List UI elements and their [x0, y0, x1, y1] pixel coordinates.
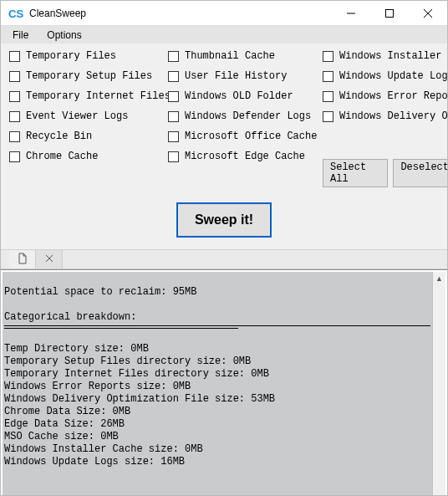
log-line: MSO Cache size: 0MB: [4, 431, 119, 442]
log-line: Temporary Internet Files directory size:…: [4, 368, 269, 380]
check-label: Windows Update Logs: [339, 70, 448, 82]
checkbox-icon: [168, 131, 179, 142]
check-temporary-files[interactable]: Temporary Files: [9, 49, 168, 64]
check-label: Windows OLD Folder: [185, 90, 293, 102]
scroll-up-icon: ▲: [433, 272, 445, 285]
check-microsoft-edge-cache[interactable]: Microsoft Edge Cache: [168, 149, 323, 164]
check-label: Windows Delivery Optimizat: [339, 110, 448, 122]
checkbox-icon: [323, 111, 333, 122]
check-thumbnail-cache[interactable]: Thumbnail Cache: [168, 49, 323, 64]
check-label: Thumbnail Cache: [185, 50, 275, 62]
check-label: Windows Installer Cache: [339, 50, 448, 62]
checkbox-icon: [168, 111, 179, 122]
app-icon: CS: [8, 5, 24, 22]
check-windows-defender-logs[interactable]: Windows Defender Logs: [168, 109, 323, 124]
log-divider: [4, 325, 430, 326]
checkbox-icon: [168, 51, 179, 62]
check-temporary-setup-files[interactable]: Temporary Setup Files: [9, 69, 168, 84]
vertical-scrollbar[interactable]: ▲: [432, 272, 445, 496]
checkbox-icon: [9, 151, 20, 162]
checkbox-icon: [168, 91, 179, 102]
log-panel[interactable]: Potential space to reclaim: 95MB Categor…: [3, 272, 432, 496]
tab-close[interactable]: [36, 250, 63, 268]
svg-text:CS: CS: [8, 8, 23, 20]
select-all-button[interactable]: Select All: [323, 159, 388, 187]
log-line: Categorical breakdown:: [4, 311, 136, 323]
log-line: Windows Error Reports size: 0MB: [4, 381, 191, 392]
check-recycle-bin[interactable]: Recycle Bin: [9, 129, 168, 144]
close-button[interactable]: [409, 1, 447, 26]
checkbox-icon: [9, 71, 20, 82]
checkbox-icon: [9, 111, 20, 122]
menu-file[interactable]: File: [4, 28, 37, 43]
check-windows-installer-cache[interactable]: Windows Installer Cache: [323, 49, 448, 64]
check-windows-error-reports[interactable]: Windows Error Reports: [323, 89, 448, 104]
titlebar: CS CleanSweep: [1, 1, 447, 26]
checkbox-icon: [323, 51, 333, 62]
log-panel-wrap: Potential space to reclaim: 95MB Categor…: [1, 269, 447, 496]
check-label: Event Viewer Logs: [26, 110, 128, 122]
check-label: Temporary Internet Files: [26, 90, 168, 102]
sweep-wrap: Sweep it!: [1, 197, 447, 249]
options-panel: Temporary Files Temporary Setup Files Te…: [1, 43, 447, 197]
check-microsoft-office-cache[interactable]: Microsoft Office Cache: [168, 129, 323, 144]
check-label: Microsoft Office Cache: [185, 130, 317, 142]
log-line: Windows Update Logs size: 16MB: [4, 456, 185, 468]
log-line: Temporary Setup Files directory size: 0M…: [4, 355, 251, 367]
svg-rect-2: [386, 9, 394, 17]
check-temporary-internet-files[interactable]: Temporary Internet Files: [9, 89, 168, 104]
check-windows-old-folder[interactable]: Windows OLD Folder: [168, 89, 323, 104]
check-label: Windows Error Reports: [339, 90, 448, 102]
window-title: CleanSweep: [29, 8, 86, 19]
checkbox-icon: [168, 71, 179, 82]
deselect-button[interactable]: Deselect: [393, 159, 448, 187]
check-windows-delivery-optimization[interactable]: Windows Delivery Optimizat: [323, 109, 448, 124]
log-line: Temp Directory size: 0MB: [4, 343, 149, 355]
checkbox-icon: [168, 151, 179, 162]
check-label: Recycle Bin: [26, 130, 92, 142]
checkbox-icon: [9, 91, 20, 102]
log-line: Windows Delivery Optimization File size:…: [4, 393, 275, 405]
document-icon: [18, 253, 28, 267]
checkbox-icon: [9, 51, 20, 62]
check-label: Temporary Files: [26, 50, 116, 62]
menu-options[interactable]: Options: [38, 28, 89, 43]
check-windows-update-logs[interactable]: Windows Update Logs: [323, 69, 448, 84]
sweep-button[interactable]: Sweep it!: [176, 202, 272, 238]
log-line: Chrome Data Size: 0MB: [4, 406, 130, 417]
check-label: Chrome Cache: [26, 151, 98, 162]
checkbox-icon: [323, 91, 333, 102]
check-label: Microsoft Edge Cache: [185, 151, 305, 162]
check-label: Temporary Setup Files: [26, 70, 152, 82]
menubar: File Options: [1, 26, 447, 43]
check-user-file-history[interactable]: User File History: [168, 69, 323, 84]
check-chrome-cache[interactable]: Chrome Cache: [9, 149, 168, 164]
minimize-button[interactable]: [332, 1, 370, 26]
log-line: Windows Installer Cache size: 0MB: [4, 443, 203, 455]
log-divider: [4, 328, 238, 329]
log-line: Edge Data Size: 26MB: [4, 418, 125, 430]
tabstrip: [1, 249, 447, 269]
checkbox-icon: [9, 131, 20, 142]
check-label: User File History: [185, 70, 287, 82]
log-line: Potential space to reclaim: 95MB: [4, 286, 196, 298]
check-label: Windows Defender Logs: [185, 110, 311, 122]
close-icon: [45, 253, 53, 265]
check-event-viewer-logs[interactable]: Event Viewer Logs: [9, 109, 168, 124]
maximize-button[interactable]: [370, 1, 409, 26]
checkbox-icon: [323, 71, 333, 82]
tab-log[interactable]: [9, 250, 36, 268]
